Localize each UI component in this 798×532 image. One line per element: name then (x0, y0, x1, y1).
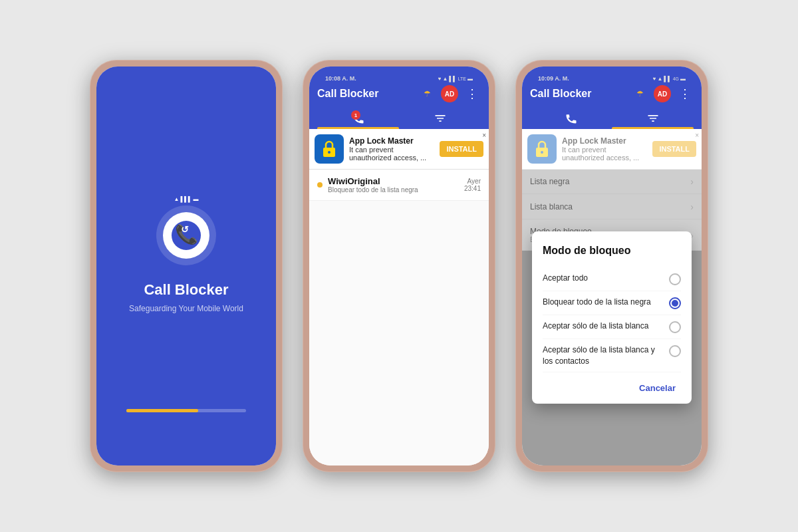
lte-icon-3: 4G (673, 76, 679, 81)
tab-filter[interactable] (399, 108, 481, 129)
ad-app-icon-2 (315, 134, 344, 164)
signal-icon: ▌▌▌ (180, 196, 192, 202)
ad-desc-3: It can prevent unauthorized access, ... (562, 146, 647, 162)
status-icons-1: ▲ ▌▌▌ ▬ (174, 196, 199, 202)
wifi-icon-3: ▲ (657, 76, 662, 82)
svg-point-4 (328, 151, 331, 154)
progress-bar-fill (126, 409, 198, 412)
ad-close-3[interactable]: × (695, 132, 699, 139)
ad-title-3: App Lock Master (562, 136, 647, 146)
signal-icon-2: ▌▌ (449, 76, 456, 82)
tab-calls-badge: 1 (351, 110, 360, 120)
call-dot-1 (317, 182, 323, 188)
call-desc-1: Bloquear todo de la lista negra (328, 186, 464, 194)
more-options-icon-3[interactable]: ⋮ (676, 85, 694, 102)
toolbar-title-2: Call Blocker (317, 88, 378, 100)
dialog-option-2-label: Bloquear todo de la lista negra (543, 297, 669, 308)
avatar-icon[interactable]: AD (441, 85, 458, 102)
battery-icon-3: ▬ (680, 76, 686, 82)
tab-calls[interactable]: 1 (317, 108, 399, 129)
dialog-option-1[interactable]: Aceptar todo (543, 267, 681, 291)
wifi-icon: ▲ (174, 196, 180, 202)
dialog-option-4-label: Aceptar sólo de la lista blanca y los co… (543, 344, 669, 367)
signal-icon-3: ▌▌ (664, 76, 671, 82)
splash-screen: ▲ ▌▌▌ ▬ 📞 ↺ Call Blocker Safeguarding Yo… (96, 66, 276, 466)
splash-logo-inner: 📞 ↺ (163, 212, 209, 259)
splash-logo-container: 📞 ↺ (156, 205, 216, 265)
radio-3[interactable] (669, 321, 681, 333)
more-options-icon[interactable]: ⋮ (464, 85, 481, 102)
toolbar-tabs-2: 1 (317, 108, 481, 129)
app-toolbar-2: 10:08 A. M. ♥ ▲ ▌▌ LTE ▬ Call Blocker ☂ … (309, 66, 489, 129)
status-time-3: 10:09 A. M. (538, 75, 569, 82)
call-date-1: Ayer (464, 178, 481, 185)
lte-icon: LTE (458, 76, 466, 81)
status-bar-1: ▲ ▌▌▌ ▬ (166, 192, 207, 205)
radio-2[interactable] (669, 297, 681, 309)
dialog-overlay: Modo de bloqueo Aceptar todo Bloquear to… (522, 170, 702, 466)
ad-text-2: App Lock Master It can prevent unauthori… (349, 136, 434, 162)
filter-tab-icon-3 (646, 112, 660, 125)
dialog-title: Modo de bloqueo (543, 245, 681, 257)
ad-title-2: App Lock Master (349, 136, 434, 146)
call-time-1: 23:41 (464, 185, 481, 192)
ad-banner-3: App Lock Master It can prevent unauthori… (522, 129, 702, 170)
toolbar-title-3: Call Blocker (530, 88, 591, 100)
battery-icon: ▬ (193, 196, 198, 202)
ad-close-2[interactable]: × (482, 132, 486, 139)
phone-3: 10:09 A. M. ♥ ▲ ▌▌ 4G ▬ Call Blocker ☂ A… (515, 60, 708, 472)
dialog-option-3[interactable]: Aceptar sólo de la lista blanca (543, 315, 681, 339)
call-list-screen: 10:08 A. M. ♥ ▲ ▌▌ LTE ▬ Call Blocker ☂ … (309, 66, 489, 466)
filter-tab-icon (434, 112, 447, 125)
lock-icon-3 (532, 139, 552, 159)
dialog-option-4[interactable]: Aceptar sólo de la lista blanca y los co… (543, 339, 681, 373)
ad-desc-2: It can prevent unauthorized access, ... (349, 146, 434, 162)
blocking-mode-screen: 10:09 A. M. ♥ ▲ ▌▌ 4G ▬ Call Blocker ☂ A… (522, 66, 702, 466)
call-meta-1: Ayer 23:41 (464, 178, 481, 192)
heart-icon-3: ♥ (653, 76, 656, 82)
call-blocker-logo-icon: 📞 ↺ (170, 219, 202, 251)
heart-icon: ♥ (438, 76, 442, 82)
dialog-option-3-label: Aceptar sólo de la lista blanca (543, 321, 669, 332)
call-list: WiwiOriginal Bloquear todo de la lista n… (309, 170, 489, 466)
wifi-icon-2: ▲ (442, 76, 448, 82)
ad-text-3: App Lock Master It can prevent unauthori… (562, 136, 647, 162)
status-bar-3: 10:09 A. M. ♥ ▲ ▌▌ 4G ▬ (530, 72, 694, 85)
phone-1: ▲ ▌▌▌ ▬ 📞 ↺ Call Blocker Safeguarding Yo… (90, 60, 283, 472)
toolbar-icons-3: ☂ AD ⋮ (631, 85, 694, 102)
progress-bar-container (126, 409, 246, 412)
toolbar-top-2: Call Blocker ☂ AD ⋮ (317, 85, 481, 102)
radio-4[interactable] (669, 345, 681, 357)
splash-title: Call Blocker (144, 281, 228, 299)
toolbar-top-3: Call Blocker ☂ AD ⋮ (530, 85, 694, 102)
lock-icon-2 (319, 139, 339, 159)
dialog-option-1-label: Aceptar todo (543, 273, 669, 284)
tab-calls-3[interactable] (530, 108, 612, 129)
ad-install-btn-3[interactable]: INSTALL (652, 141, 696, 157)
tab-filter-3[interactable] (612, 108, 694, 129)
status-icons-3: ♥ ▲ ▌▌ 4G ▬ (653, 76, 686, 82)
status-icons-2: ♥ ▲ ▌▌ LTE ▬ (438, 76, 473, 82)
ad-banner-2: App Lock Master It can prevent unauthori… (309, 129, 489, 170)
radio-1[interactable] (669, 273, 681, 285)
status-time-2: 10:08 A. M. (325, 75, 356, 82)
app-toolbar-3: 10:09 A. M. ♥ ▲ ▌▌ 4G ▬ Call Blocker ☂ A… (522, 66, 702, 129)
dialog-cancel-button[interactable]: Cancelar (634, 380, 681, 396)
call-item-1[interactable]: WiwiOriginal Bloquear todo de la lista n… (309, 170, 489, 201)
dialog-option-2[interactable]: Bloquear todo de la lista negra (543, 291, 681, 315)
umbrella-icon[interactable]: ☂ (418, 85, 436, 102)
call-name-1: WiwiOriginal (328, 176, 464, 186)
phone-2: 10:08 A. M. ♥ ▲ ▌▌ LTE ▬ Call Blocker ☂ … (303, 60, 495, 472)
blocking-mode-dialog: Modo de bloqueo Aceptar todo Bloquear to… (532, 231, 692, 404)
toolbar-icons-2: ☂ AD ⋮ (418, 85, 481, 102)
ad-install-btn-2[interactable]: INSTALL (440, 141, 483, 157)
status-bar-2: 10:08 A. M. ♥ ▲ ▌▌ LTE ▬ (317, 72, 481, 85)
avatar-icon-3[interactable]: AD (654, 85, 671, 102)
svg-text:↺: ↺ (181, 224, 189, 235)
call-info-1: WiwiOriginal Bloquear todo de la lista n… (328, 176, 464, 194)
screen3-content: Lista negra › Lista blanca › Modo de blo… (522, 170, 702, 466)
toolbar-tabs-3 (530, 108, 694, 129)
splash-subtitle: Safeguarding Your Mobile World (129, 304, 243, 313)
ad-app-icon-3 (527, 134, 557, 164)
umbrella-icon-3[interactable]: ☂ (631, 85, 648, 102)
